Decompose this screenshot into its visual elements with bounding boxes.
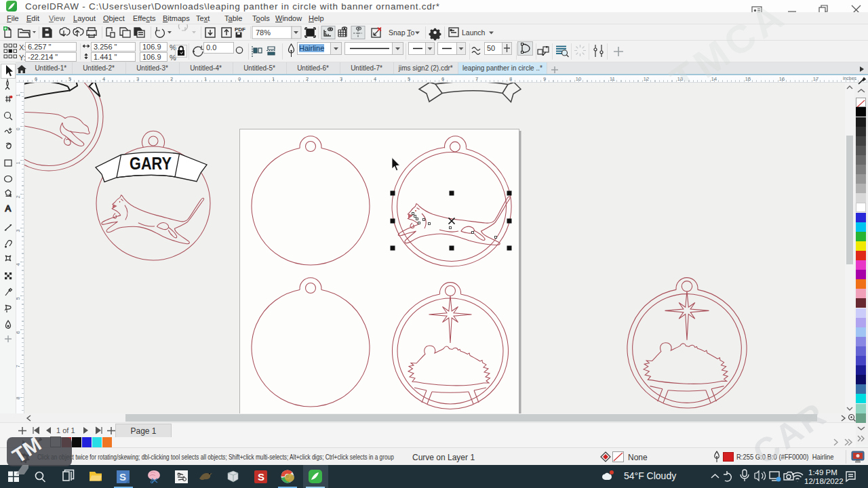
svg-text:A: A <box>5 203 12 214</box>
svg-text:S: S <box>258 471 264 483</box>
svg-text:PDF: PDF <box>235 26 245 33</box>
svg-text:78%: 78% <box>256 28 271 37</box>
svg-text:GARY: GARY <box>130 153 172 174</box>
svg-text:54°F Cloudy: 54°F Cloudy <box>624 470 676 481</box>
svg-text:1:49 PM: 1:49 PM <box>808 468 837 476</box>
svg-text:12/18/2022: 12/18/2022 <box>804 477 844 485</box>
svg-text:S: S <box>119 471 126 483</box>
svg-text:Snap To: Snap To <box>389 28 415 37</box>
svg-text:Launch: Launch <box>462 28 486 37</box>
